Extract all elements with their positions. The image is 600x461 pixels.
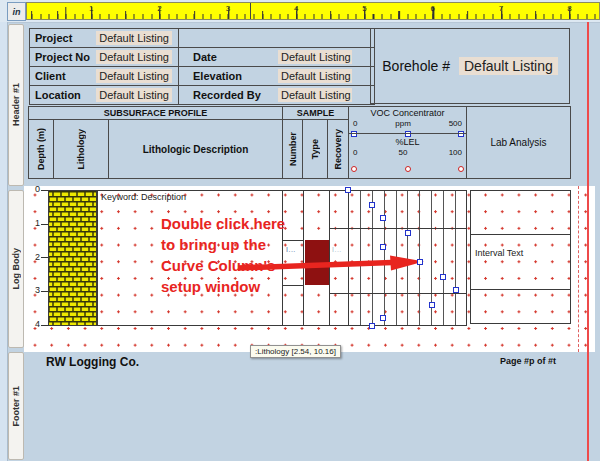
description-column-label: Lithologic Description [143, 144, 249, 155]
borehole-value-chip[interactable]: Default Listing [459, 57, 558, 75]
sample-label: SAMPLE [297, 108, 335, 118]
voc-title: VOC Concentrator [349, 108, 466, 118]
ruler-units-label: in [13, 7, 21, 17]
sample-interval-line [283, 240, 303, 241]
group-sample[interactable]: SAMPLE [282, 106, 349, 120]
curve-data-point[interactable] [345, 187, 351, 193]
curve-interval-line [349, 293, 466, 294]
date-value-chip[interactable]: Default Listing [278, 50, 352, 64]
curve-data-point[interactable] [369, 202, 375, 208]
curve-data-point[interactable] [453, 287, 459, 293]
left-edge-strip [0, 22, 8, 461]
keyword-description-text: Keyword: Description [101, 192, 186, 202]
number-column-label: Number [288, 132, 298, 166]
curve-data-point[interactable] [429, 302, 435, 308]
ruler-number: 3 [226, 4, 230, 13]
location-label: Location [30, 89, 96, 101]
sample-interval-line [283, 285, 303, 286]
depth-tick [41, 190, 48, 191]
red-arrow [234, 254, 434, 274]
ruler-cursor-marker [250, 3, 251, 19]
lel-marker-circle-max [458, 166, 464, 172]
voc-max: 500 [449, 119, 462, 128]
recorded-by-label: Recorded By [179, 89, 278, 101]
curve-data-point[interactable] [380, 215, 386, 221]
interval-divider-line [471, 289, 570, 290]
ruler-inch-ticks [27, 7, 599, 19]
column-header-type[interactable]: Type [302, 119, 328, 179]
column-header-description[interactable]: Lithologic Description [108, 119, 283, 179]
ruler-number: 8 [567, 4, 571, 13]
ruler-units-button[interactable]: in [7, 2, 26, 21]
depth-column-label: Depth (m) [36, 128, 46, 170]
elevation-label: Elevation [179, 70, 278, 82]
lel-scale: 0 50 100 [353, 148, 462, 157]
curve-data-point[interactable] [380, 244, 386, 250]
project-no-value-chip[interactable]: Default Listing [96, 50, 172, 64]
depth-label-4: 4 [28, 320, 40, 329]
column-header-lab-analysis[interactable]: Lab Analysis [466, 106, 571, 179]
depth-tick [41, 291, 48, 292]
column-header-recovery[interactable]: Recovery [327, 119, 349, 179]
curve-data-point[interactable] [417, 259, 423, 265]
depth-label-1: 1 [28, 219, 40, 228]
column-header-number[interactable]: Number [282, 119, 303, 179]
interval-text-column[interactable]: Interval Text [470, 190, 571, 324]
log-body-canvas[interactable]: 0 1 2 3 4 Keyword: Description [24, 186, 595, 352]
tab-footer-section[interactable]: Footer #1 [8, 352, 24, 460]
date-info-table[interactable]: Date Default Listing Elevation Default L… [178, 28, 375, 105]
footer-page-number-text[interactable]: Page #p of #t [500, 356, 556, 366]
project-info-table[interactable]: Project Default Listing Project No Defau… [29, 28, 179, 105]
lab-analysis-label: Lab Analysis [490, 137, 546, 148]
depth-label-3: 3 [28, 286, 40, 295]
tab-log-body-section[interactable]: Log Body [8, 190, 24, 348]
logplot-designer-window: in 12345678 Header #1 Log Body Footer #1… [0, 0, 600, 461]
lithology-column-label: Lithology [76, 129, 86, 170]
page-margin-dashed-line [578, 186, 579, 352]
voc-min: 0 [353, 119, 357, 128]
date-label: Date [179, 51, 278, 63]
location-value-chip[interactable]: Default Listing [96, 88, 172, 102]
voc-unit: ppm [395, 119, 411, 128]
tab-header-section[interactable]: Header #1 [8, 24, 24, 186]
ruler-number: 5 [362, 4, 366, 13]
curve-data-point[interactable] [405, 230, 411, 236]
group-subsurface-profile[interactable]: SUBSURFACE PROFILE [28, 106, 283, 120]
ruler-number: 1 [89, 4, 93, 13]
lel-title: %LEL [349, 137, 466, 147]
client-label: Client [30, 70, 96, 82]
subsurface-profile-label: SUBSURFACE PROFILE [104, 108, 208, 118]
project-label: Project [30, 32, 96, 44]
client-value-chip[interactable]: Default Listing [96, 69, 172, 83]
column-header-lel[interactable]: %LEL 0 50 100 [348, 133, 467, 179]
ruler-number: 6 [431, 4, 435, 13]
ruler-number: 2 [157, 4, 161, 13]
annotation-line: setup window [161, 276, 285, 297]
recorded-by-value-chip[interactable]: Default Listing [278, 88, 352, 102]
lithology-column[interactable] [48, 190, 97, 326]
ruler-number: 7 [499, 4, 503, 13]
project-value-chip[interactable]: Default Listing [96, 31, 172, 45]
curve-data-point[interactable] [369, 323, 375, 329]
column-header-voc[interactable]: VOC Concentrator 0 ppm 500 [348, 106, 467, 134]
depth-label-0: 0 [28, 185, 40, 194]
lel-marker-circle-mid [405, 166, 411, 172]
field-row-client: Client Default Listing [30, 66, 178, 85]
right-margin-line [587, 22, 589, 461]
footer-company-text[interactable]: RW Logging Co. [46, 355, 139, 369]
curve-data-point[interactable] [380, 315, 386, 321]
annotation-line: to bring up the [161, 234, 285, 255]
field-row-elevation: Elevation Default Listing [179, 66, 374, 85]
borehole-box[interactable]: Borehole # Default Listing [370, 28, 570, 104]
elevation-value-chip[interactable]: Default Listing [278, 69, 352, 83]
field-row-location: Location Default Listing [30, 85, 178, 104]
interval-text: Interval Text [475, 248, 523, 258]
field-row-date: Date Default Listing [179, 47, 374, 66]
column-header-depth[interactable]: Depth (m) [28, 119, 54, 179]
curve-data-point[interactable] [440, 274, 446, 280]
lel-max: 100 [449, 148, 462, 157]
field-row-project-no: Project No Default Listing [30, 47, 178, 66]
ruler-number: 4 [294, 4, 298, 13]
column-header-lithology[interactable]: Lithology [53, 119, 109, 179]
depth-label-2: 2 [28, 253, 40, 262]
